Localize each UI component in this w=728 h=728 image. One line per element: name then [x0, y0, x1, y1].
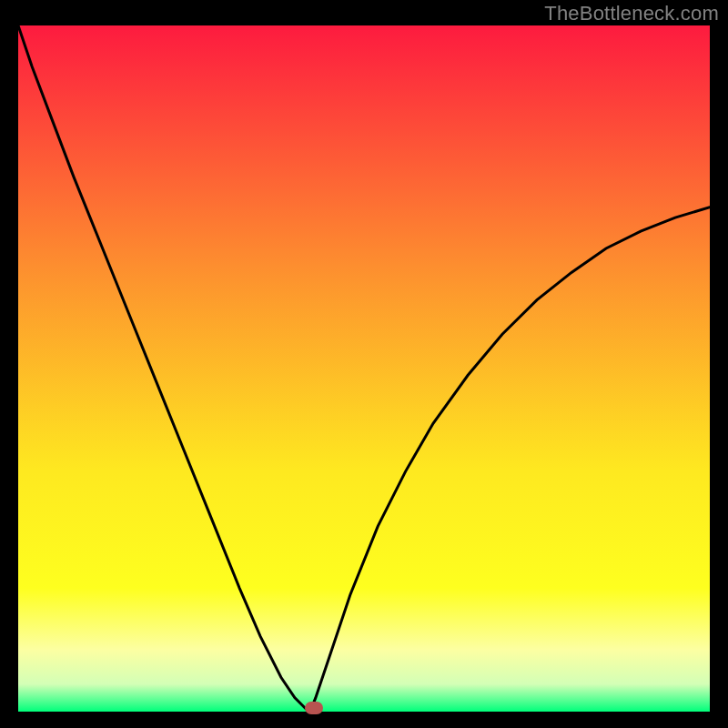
watermark-text: TheBottleneck.com	[544, 2, 719, 25]
plot-area	[18, 25, 710, 712]
optimum-marker	[305, 702, 323, 714]
chart-frame: TheBottleneck.com	[0, 0, 728, 728]
gradient-background	[18, 25, 710, 712]
chart-svg	[18, 25, 710, 712]
